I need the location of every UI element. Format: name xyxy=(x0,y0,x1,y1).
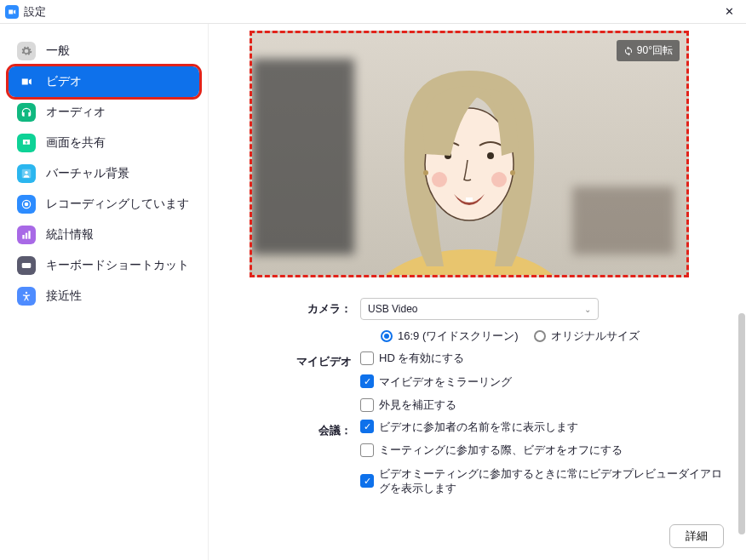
window-title: 設定 xyxy=(24,4,46,20)
titlebar: 設定 ✕ xyxy=(0,0,746,24)
radio-label: 16:9 (ワイドスクリーン) xyxy=(398,329,519,344)
sidebar-item-person-bg[interactable]: バーチャル背景 xyxy=(9,158,199,189)
chevron-down-icon: ⌄ xyxy=(584,305,591,314)
sidebar-item-label: オーディオ xyxy=(46,105,106,120)
svg-point-16 xyxy=(487,152,494,159)
checkbox-label: HD を有効にする xyxy=(379,351,464,366)
app-icon xyxy=(5,5,19,19)
person-bg-icon xyxy=(17,164,36,183)
svg-point-1 xyxy=(25,171,28,174)
section-label-camera: カメラ： xyxy=(250,298,360,344)
myvideo-option[interactable]: HD を有効にする xyxy=(360,351,722,366)
meeting-option[interactable]: ビデオに参加者の名前を常に表示します xyxy=(360,420,722,435)
detail-button-label: 詳細 xyxy=(686,529,708,542)
radio-widescreen[interactable]: 16:9 (ワイドスクリーン) xyxy=(381,329,519,344)
close-button[interactable]: ✕ xyxy=(712,0,746,24)
svg-rect-9 xyxy=(26,265,26,266)
myvideo-option[interactable]: 外見を補正する xyxy=(360,397,722,413)
svg-rect-6 xyxy=(28,231,30,238)
radio-icon-checked xyxy=(381,330,393,342)
close-icon: ✕ xyxy=(725,5,734,18)
meeting-option[interactable]: ビデオミーティングに参加するときに常にビデオプレビューダイアログを表示します xyxy=(360,466,722,496)
sidebar-item-label: ビデオ xyxy=(46,74,82,89)
sidebar-item-label: レコーディングしています xyxy=(46,197,189,212)
checkbox-label: 外見を補正する xyxy=(379,397,456,413)
sidebar: 一般ビデオオーディオ画面を共有バーチャル背景レコーディングしています統計情報キー… xyxy=(0,24,209,560)
checkbox-icon xyxy=(360,443,374,457)
radio-label: オリジナルサイズ xyxy=(551,329,640,344)
checkbox-label: ビデオミーティングに参加するときに常にビデオプレビューダイアログを表示します xyxy=(379,466,722,496)
rotate-label: 90°回転 xyxy=(637,43,673,58)
radio-icon xyxy=(534,330,546,342)
svg-point-18 xyxy=(491,172,507,187)
sidebar-item-keyboard[interactable]: キーボードショートカット xyxy=(9,250,199,281)
gear-icon xyxy=(17,42,36,60)
aspect-ratio-group: 16:9 (ワイドスクリーン) オリジナルサイズ xyxy=(360,329,722,344)
headphones-icon xyxy=(17,103,36,122)
svg-rect-8 xyxy=(24,265,25,266)
rotate-icon xyxy=(623,46,634,56)
sidebar-item-label: 一般 xyxy=(46,43,70,59)
avatar-illustration xyxy=(359,45,580,277)
myvideo-option[interactable]: マイビデオをミラーリング xyxy=(360,374,722,390)
sidebar-item-label: バーチャル背景 xyxy=(46,166,129,181)
svg-rect-10 xyxy=(27,265,28,266)
sidebar-item-label: キーボードショートカット xyxy=(46,258,189,273)
accessibility-icon xyxy=(17,287,36,306)
checkbox-icon xyxy=(360,398,374,412)
sidebar-item-gear[interactable]: 一般 xyxy=(9,36,199,66)
checkbox-icon-checked xyxy=(360,374,374,388)
checkbox-label: ミーティングに参加する際、ビデオをオフにする xyxy=(379,443,623,458)
checkbox-label: ビデオに参加者の名前を常に表示します xyxy=(379,420,578,435)
svg-point-21 xyxy=(510,170,515,175)
section-label-meeting: 会議： xyxy=(250,420,360,496)
sidebar-item-accessibility[interactable]: 接近性 xyxy=(9,281,199,311)
stats-icon xyxy=(17,226,36,244)
checkbox-icon-checked xyxy=(360,420,374,433)
checkbox-icon xyxy=(360,351,374,365)
keyboard-icon xyxy=(17,256,36,275)
scrollbar-thumb[interactable] xyxy=(738,313,745,534)
svg-point-12 xyxy=(26,292,27,294)
svg-rect-4 xyxy=(22,235,24,239)
share-icon xyxy=(17,134,36,152)
record-icon xyxy=(17,195,36,214)
svg-point-20 xyxy=(423,170,428,175)
svg-point-3 xyxy=(25,203,29,207)
svg-rect-19 xyxy=(466,197,473,202)
svg-point-17 xyxy=(432,172,447,187)
sidebar-item-share[interactable]: 画面を共有 xyxy=(9,128,199,158)
content-pane: 90°回転 カメラ： USB Video ⌄ 16:9 (ワイドスクリーン) xyxy=(209,24,746,560)
checkbox-icon-checked xyxy=(360,474,374,488)
checkbox-label: マイビデオをミラーリング xyxy=(379,374,512,390)
sidebar-item-label: 画面を共有 xyxy=(46,135,106,151)
sidebar-item-label: 接近性 xyxy=(46,289,82,304)
svg-rect-5 xyxy=(26,233,27,239)
detail-button[interactable]: 詳細 xyxy=(669,524,724,548)
svg-point-13 xyxy=(367,249,571,277)
video-preview: 90°回転 xyxy=(250,31,689,277)
sidebar-item-video[interactable]: ビデオ xyxy=(9,66,199,97)
rotate-button[interactable]: 90°回転 xyxy=(617,40,680,61)
sidebar-item-stats[interactable]: 統計情報 xyxy=(9,220,199,250)
sidebar-item-label: 統計情報 xyxy=(46,227,94,243)
sidebar-item-headphones[interactable]: オーディオ xyxy=(9,97,199,128)
svg-rect-11 xyxy=(25,266,29,267)
camera-value: USB Video xyxy=(368,303,417,315)
camera-select[interactable]: USB Video ⌄ xyxy=(360,298,599,320)
section-label-myvideo: マイビデオ xyxy=(250,351,360,413)
sidebar-item-record[interactable]: レコーディングしています xyxy=(9,189,199,220)
meeting-option[interactable]: ミーティングに参加する際、ビデオをオフにする xyxy=(360,443,722,458)
radio-original[interactable]: オリジナルサイズ xyxy=(534,329,640,344)
video-icon xyxy=(17,72,36,91)
